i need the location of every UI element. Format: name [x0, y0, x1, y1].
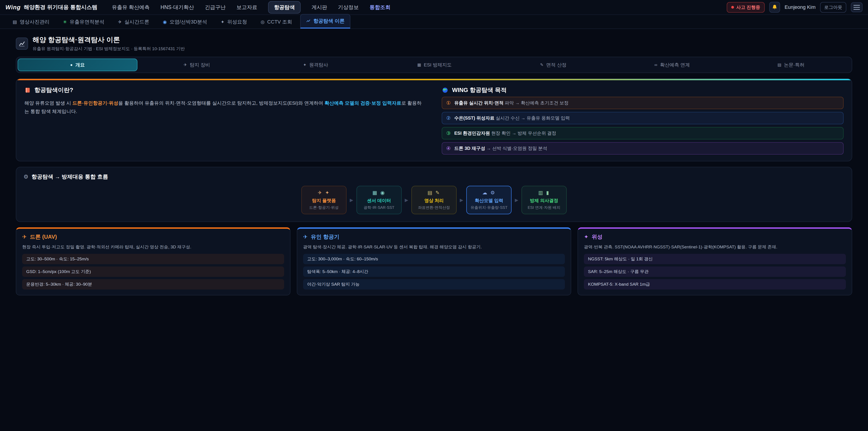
nav-item-hns-diffusion[interactable]: HNS·대기확산: [160, 4, 194, 11]
aircraft-spec-row: 고도: 300–3,000m · 속도: 60–150m/s: [303, 254, 565, 264]
overview-icon: ●: [70, 63, 72, 67]
flow-step-response-decision: ▥ ▮ 방제 의사결정 ESI 연계·자원 배치: [522, 186, 567, 214]
pencil-icon: ✎: [540, 62, 544, 67]
theory-tab-bar: ● 개요 ✈ 탐지 장비 ✦ 원격탐사 ▦ ESI 방제지도 ✎ 면적 산정 ∞…: [16, 57, 852, 73]
documents-icon: ▤: [777, 62, 781, 67]
plane-icon: ✈: [184, 62, 187, 67]
nav-item-integrated-search[interactable]: 통합조회: [370, 4, 391, 11]
intro-paragraph: 해양 유류오염 발생 시 드론·유인항공기·위성을 활용하여 유출유의 위치·면…: [24, 99, 426, 116]
drone-icon: ✈: [22, 234, 27, 240]
page-header: 해양 항공탐색·원격탐사 이론 유출유 원격탐지·항공감시 기법 · ESI 방…: [16, 35, 852, 52]
subnav-item-realtime-drone[interactable]: ✈ 실시간드론: [113, 16, 155, 29]
model-icons: ☁ ⚙: [469, 190, 509, 196]
highlight-model-input: 확산예측 모델의 검증·보정 입력자료: [324, 100, 401, 105]
logout-button[interactable]: 로그아웃: [820, 2, 846, 13]
nav-item-board[interactable]: 게시판: [311, 4, 327, 11]
drone-card-desc: 현장 즉시 투입·저고도 정밀 촬영. 광학·적외선 카메라 탑재, 실시간 영…: [22, 244, 284, 250]
aircraft-card-desc: 광역 탐색·장시간 체공. 광학·IR·SAR·SLAR·UV 등 센서 복합 …: [303, 244, 565, 250]
bell-icon: [772, 4, 778, 10]
nav-item-aerial-search[interactable]: 항공탐색: [268, 1, 301, 13]
drone-spec-row: 운용반경: 5–30km · 체공: 30–90분: [22, 279, 284, 289]
flow-step-image-processing: ▤ ✎ 영상 처리 좌표변환·면적산정: [411, 186, 457, 214]
flow-arrow-icon: ▶: [350, 197, 353, 203]
sensor-icons: ▦ ◉: [359, 190, 399, 196]
subnav-item-pollution-3d[interactable]: ◉ 오염/선박3D분석: [157, 16, 213, 29]
flow-title-row: ⚙ 항공탐색 → 방제대응 통합 흐름: [24, 173, 844, 180]
tab-remote-sensing[interactable]: ✦ 원격탐사: [256, 59, 375, 71]
purpose-number-2: ②: [446, 115, 451, 121]
flow-step-platforms: ✈ ✦ 탐지 플랫폼 드론·항공기·위성: [301, 186, 346, 214]
user-name: Eunjeong Kim: [784, 4, 815, 10]
flow-diagram: ✈ ✦ 탐지 플랫폼 드론·항공기·위성 ▶ ▦ ◉ 센서 데이터 광학·IR·…: [24, 186, 844, 214]
incident-status-badge[interactable]: 사고 진행중: [727, 2, 765, 13]
tab-esi-map[interactable]: ▦ ESI 방제지도: [375, 59, 494, 71]
nav-item-weather[interactable]: 기상정보: [338, 4, 359, 11]
intro-title-row: 항공탐색이란?: [24, 86, 426, 94]
subnav-item-image-management[interactable]: ▤ 영상사진관리: [7, 16, 55, 29]
subnav-item-cctv[interactable]: ◎ CCTV 조회: [255, 16, 298, 29]
top-navigation: Wing 해양환경 위기대응 통합시스템 유출유 확산예측 HNS·대기확산 긴…: [0, 0, 868, 15]
decision-icons: ▥ ▮: [524, 190, 564, 196]
link-icon: ∞: [654, 63, 657, 67]
satellite-spec-row: SAR: 5–25m 해상도 · 구름 무관: [584, 267, 846, 277]
aircraft-spec-row: 탐색폭: 5–50km · 체공: 4–8시간: [303, 267, 565, 277]
incident-label: 사고 진행중: [736, 4, 760, 10]
nav-item-reports[interactable]: 보고자료: [237, 4, 257, 11]
subnav-item-oil-area-analysis[interactable]: ✳ 유출유면적분석: [58, 16, 110, 29]
chart-icon: [306, 19, 311, 23]
drone-spec-row: 고도: 30–500m · 속도: 15–25m/s: [22, 254, 284, 264]
purpose-number-1: ①: [446, 100, 451, 106]
aircraft-card: ✈ 유인 항공기 광역 탐색·장시간 체공. 광학·IR·SAR·SLAR·UV…: [297, 227, 571, 296]
satellite-spec-row: KOMPSAT-5: X-band SAR 1m급: [584, 279, 846, 289]
subnav-item-aerial-theory[interactable]: 항공탐색 이론: [300, 14, 350, 29]
drone-icon: ✈: [118, 19, 122, 25]
app-title: 해양환경 위기대응 통합시스템: [24, 4, 97, 11]
cctv-icon: ◎: [260, 19, 265, 25]
tab-overview[interactable]: ● 개요: [18, 59, 137, 71]
nav-item-emergency-rescue[interactable]: 긴급구난: [205, 4, 225, 11]
tab-papers-patents[interactable]: ▤ 논문·특허: [732, 59, 850, 71]
processing-icons: ▤ ✎: [414, 190, 454, 196]
nav-item-spill-prediction[interactable]: 유출유 확산예측: [112, 4, 150, 11]
brand: Wing 해양환경 위기대응 통합시스템: [5, 4, 97, 11]
drone-card-title: 드론 (UAV): [30, 233, 57, 241]
highlight-platforms: 드론·유인항공기·위성: [72, 100, 118, 105]
intro-title: 항공탐색이란?: [34, 86, 73, 94]
satellite-card-desc: 광역·반복 관측. SST(NOAA AVHRR·NGSST)·SAR(Sent…: [584, 244, 846, 250]
purpose-item-2: ② 수온(SST) 위성자료 실시간 수신 → 유출유 풍화모델 입력: [442, 112, 844, 124]
drone-card: ✈ 드론 (UAV) 현장 즉시 투입·저고도 정밀 촬영. 광학·적외선 카메…: [16, 227, 290, 296]
map-icon: ▦: [417, 62, 421, 67]
satellite-card-title: 위성: [592, 233, 602, 241]
hamburger-icon: [854, 5, 860, 6]
satellite-icon: ✦: [303, 62, 307, 67]
purpose-number-3: ③: [446, 130, 451, 136]
trend-chart-icon: [19, 40, 25, 47]
subnav-item-satellite-request[interactable]: ✦ 위성요청: [215, 16, 252, 29]
purpose-column: WING 항공탐색 목적 ① 유출유 실시간 위치·면적 파악 → 확산예측 초…: [442, 86, 844, 155]
overview-section: 항공탐색이란? 해양 유류오염 발생 시 드론·유인항공기·위성을 활용하여 유…: [16, 79, 852, 161]
satellite-card: ✦ 위성 광역·반복 관측. SST(NOAA AVHRR·NGSST)·SAR…: [578, 227, 852, 296]
purpose-title: WING 항공탐색 목적: [452, 86, 506, 94]
page-icon-box: [16, 37, 28, 50]
book-icon: [24, 87, 31, 93]
flow-section: ⚙ 항공탐색 → 방제대응 통합 흐름 ✈ ✦ 탐지 플랫폼 드론·항공기·위성…: [16, 167, 852, 222]
flow-title: 항공탐색 → 방제대응 통합 흐름: [32, 173, 108, 180]
purpose-number-4: ④: [446, 146, 451, 151]
aircraft-card-title-row: ✈ 유인 항공기: [303, 233, 565, 241]
globe-icon: [442, 87, 448, 94]
main-content: 해양 항공탐색·원격탐사 이론 유출유 원격탐지·항공감시 기법 · ESI 방…: [0, 29, 868, 304]
tab-prediction-link[interactable]: ∞ 확산예측 연계: [613, 59, 732, 71]
satellite-card-title-row: ✦ 위성: [584, 233, 846, 241]
gear-icon: ⚙: [24, 174, 29, 180]
drone-spec-row: GSD: 1–5cm/px (100m 고도 기준): [22, 267, 284, 277]
notifications-button[interactable]: [769, 2, 780, 13]
flow-arrow-icon: ▶: [460, 197, 463, 203]
intro-column: 항공탐색이란? 해양 유류오염 발생 시 드론·유인항공기·위성을 활용하여 유…: [24, 86, 426, 155]
purpose-item-3: ③ ESI 환경민감자원 현장 확인 → 방제 우선순위 결정: [442, 127, 844, 140]
sub-navigation: ▤ 영상사진관리 ✳ 유출유면적분석 ✈ 실시간드론 ◉ 오염/선박3D분석 ✦…: [0, 15, 868, 29]
menu-button[interactable]: [851, 2, 863, 12]
tab-detection-equipment[interactable]: ✈ 탐지 장비: [137, 59, 256, 71]
satellite-spec-row: NGSST: 5km 해상도 · 일 1회 갱신: [584, 254, 846, 264]
purpose-item-1: ① 유출유 실시간 위치·면적 파악 → 확산예측 초기조건 보정: [442, 97, 844, 109]
tab-area-calculation[interactable]: ✎ 면적 산정: [494, 59, 613, 71]
